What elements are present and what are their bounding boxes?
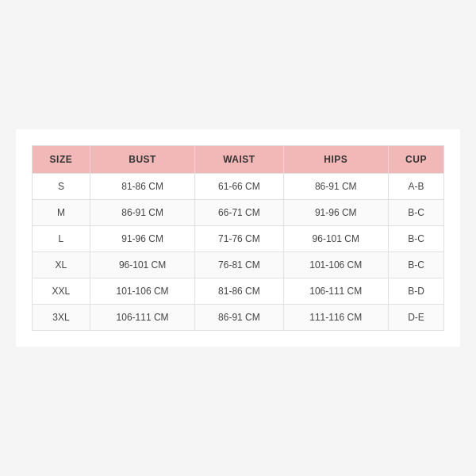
table-header-row: SIZE BUST WAIST HIPS CUP	[33, 146, 444, 174]
cell-size: XL	[33, 252, 90, 278]
table-row: M86-91 CM66-71 CM91-96 CMB-C	[33, 200, 444, 226]
cell-bust: 86-91 CM	[90, 200, 194, 226]
cell-hips: 106-111 CM	[283, 278, 388, 305]
cell-cup: A-B	[389, 174, 444, 200]
cell-cup: B-D	[389, 278, 444, 305]
size-chart-table: SIZE BUST WAIST HIPS CUP S81-86 CM61-66 …	[32, 145, 444, 331]
cell-cup: B-C	[389, 226, 444, 252]
header-cup: CUP	[389, 146, 444, 174]
cell-hips: 96-101 CM	[283, 226, 388, 252]
table-row: S81-86 CM61-66 CM86-91 CMA-B	[33, 174, 444, 200]
cell-bust: 106-111 CM	[90, 305, 194, 331]
cell-bust: 101-106 CM	[90, 278, 194, 305]
size-chart-container: SIZE BUST WAIST HIPS CUP S81-86 CM61-66 …	[16, 129, 460, 347]
table-row: XXL101-106 CM81-86 CM106-111 CMB-D	[33, 278, 444, 305]
cell-size: M	[33, 200, 90, 226]
cell-hips: 91-96 CM	[283, 200, 388, 226]
cell-hips: 101-106 CM	[283, 252, 388, 278]
cell-size: L	[33, 226, 90, 252]
table-row: L91-96 CM71-76 CM96-101 CMB-C	[33, 226, 444, 252]
cell-waist: 86-91 CM	[195, 305, 283, 331]
header-size: SIZE	[33, 146, 90, 174]
cell-size: 3XL	[33, 305, 90, 331]
cell-cup: D-E	[389, 305, 444, 331]
cell-size: S	[33, 174, 90, 200]
cell-waist: 81-86 CM	[195, 278, 283, 305]
table-row: XL96-101 CM76-81 CM101-106 CMB-C	[33, 252, 444, 278]
cell-cup: B-C	[389, 252, 444, 278]
cell-size: XXL	[33, 278, 90, 305]
header-hips: HIPS	[283, 146, 388, 174]
header-bust: BUST	[90, 146, 194, 174]
cell-hips: 86-91 CM	[283, 174, 388, 200]
table-row: 3XL106-111 CM86-91 CM111-116 CMD-E	[33, 305, 444, 331]
cell-waist: 66-71 CM	[195, 200, 283, 226]
cell-cup: B-C	[389, 200, 444, 226]
cell-waist: 71-76 CM	[195, 226, 283, 252]
cell-bust: 81-86 CM	[90, 174, 194, 200]
cell-waist: 76-81 CM	[195, 252, 283, 278]
header-waist: WAIST	[195, 146, 283, 174]
cell-bust: 91-96 CM	[90, 226, 194, 252]
cell-waist: 61-66 CM	[195, 174, 283, 200]
cell-hips: 111-116 CM	[283, 305, 388, 331]
cell-bust: 96-101 CM	[90, 252, 194, 278]
